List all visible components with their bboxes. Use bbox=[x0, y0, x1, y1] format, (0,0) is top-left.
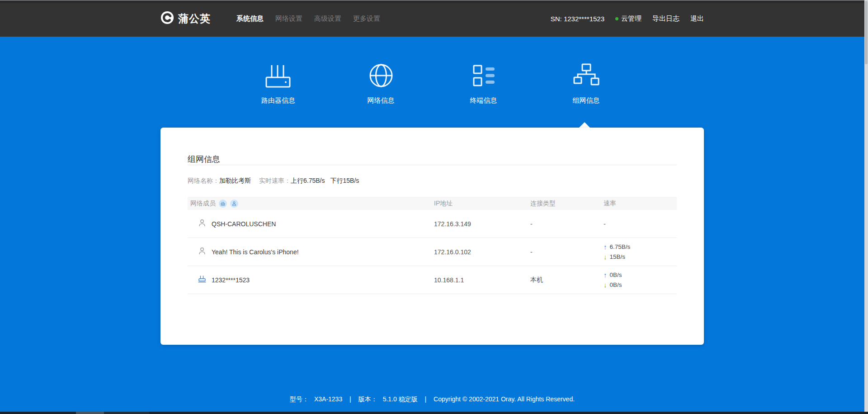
taskbar-edge-shade bbox=[104, 412, 149, 414]
person-icon bbox=[198, 247, 207, 257]
tab-label: 终端信息 bbox=[470, 95, 497, 105]
vertical-scrollbar[interactable] bbox=[864, 0, 868, 414]
scrollbar-thumb[interactable] bbox=[865, 1, 868, 64]
model-value: X3A-1233 bbox=[314, 395, 342, 403]
network-summary: 网络名称： 加勒比考斯 实时速率： 上行6.75B/s 下行15B/s bbox=[188, 177, 677, 185]
menu-item-more-settings[interactable]: 更多设置 bbox=[347, 10, 386, 28]
upload-rate: 0B/s bbox=[610, 271, 622, 279]
tab-terminal-info[interactable]: 终端信息 bbox=[432, 61, 535, 105]
member-ip: 172.16.3.149 bbox=[430, 220, 527, 228]
member-name: Yeah! This is Carolus's iPhone! bbox=[212, 248, 299, 256]
tab-label: 网络信息 bbox=[368, 95, 395, 105]
tab-label: 组网信息 bbox=[573, 95, 600, 105]
tab-label: 路由器信息 bbox=[261, 95, 295, 105]
network-topology-icon bbox=[572, 61, 601, 90]
taskbar-edge bbox=[0, 412, 868, 414]
person-filter-icon[interactable] bbox=[230, 200, 238, 208]
router-device-icon bbox=[198, 275, 207, 285]
member-rate: - bbox=[600, 220, 677, 228]
member-name-cell: QSH-CAROLUSCHEN bbox=[188, 219, 430, 229]
router-icon bbox=[264, 61, 293, 90]
member-rate: ↑ 0B/s ↓ 0B/s bbox=[600, 271, 677, 289]
uplink-rate-value: 上行6.75B/s bbox=[291, 177, 325, 185]
brand-name: 蒲公英 bbox=[178, 12, 211, 26]
member-name: 1232****1523 bbox=[212, 276, 250, 284]
header-rate: 速率 bbox=[600, 200, 677, 208]
header-member-label: 网络成员 bbox=[190, 200, 216, 208]
downlink-rate-value: 下行15B/s bbox=[330, 177, 359, 185]
header-conn-type: 连接类型 bbox=[527, 200, 600, 208]
download-rate: 0B/s bbox=[610, 281, 622, 289]
router-filter-icon[interactable] bbox=[219, 200, 227, 208]
menu-item-advanced-settings[interactable]: 高级设置 bbox=[308, 10, 347, 28]
title-divider bbox=[188, 165, 677, 165]
member-ip: 172.16.0.102 bbox=[430, 248, 527, 256]
members-table: 网络成员 bbox=[188, 197, 677, 294]
footer-divider: | bbox=[425, 395, 427, 403]
navbar-right: SN: 1232****1523 云管理 导出日志 退出 bbox=[551, 14, 704, 23]
tab-router-info[interactable]: 路由器信息 bbox=[227, 61, 330, 105]
download-arrow-icon: ↓ bbox=[604, 253, 607, 261]
export-log-link[interactable]: 导出日志 bbox=[652, 14, 679, 23]
version-label: 版本： bbox=[359, 395, 377, 403]
model-label: 型号： bbox=[290, 395, 309, 403]
tab-network-info[interactable]: 网络信息 bbox=[330, 61, 432, 105]
member-conn-type: - bbox=[527, 220, 600, 228]
member-ip: 10.168.1.1 bbox=[430, 276, 527, 284]
brand: 蒲公英 bbox=[160, 11, 211, 26]
cloud-manage-link[interactable]: 云管理 bbox=[615, 14, 642, 23]
info-tabs: 路由器信息 网络信息 bbox=[227, 61, 637, 105]
oray-logo-icon bbox=[160, 11, 174, 26]
table-header-row: 网络成员 bbox=[188, 197, 677, 210]
device-sn: SN: 1232****1523 bbox=[551, 15, 604, 23]
network-name-value: 加勒比考斯 bbox=[219, 177, 251, 185]
member-name-cell: Yeah! This is Carolus's iPhone! bbox=[188, 247, 430, 257]
realtime-rate-label: 实时速率： bbox=[259, 177, 291, 185]
terminal-list-icon bbox=[469, 61, 498, 90]
taskbar-edge-highlight bbox=[76, 412, 104, 414]
globe-icon bbox=[367, 61, 396, 90]
network-name-label: 网络名称： bbox=[188, 177, 219, 185]
main-menu: 系统信息 网络设置 高级设置 更多设置 bbox=[231, 10, 386, 28]
menu-item-system-info[interactable]: 系统信息 bbox=[231, 10, 269, 28]
download-rate: 15B/s bbox=[610, 253, 626, 261]
footer-divider: | bbox=[349, 395, 351, 403]
menu-item-network-settings[interactable]: 网络设置 bbox=[269, 10, 308, 28]
member-name-cell: 1232****1523 bbox=[188, 275, 430, 285]
member-conn-type: 本机 bbox=[527, 276, 600, 284]
online-status-dot-icon bbox=[615, 17, 618, 20]
member-rate: ↑ 6.75B/s ↓ 15B/s bbox=[600, 243, 677, 261]
header-ip: IP地址 bbox=[430, 200, 527, 208]
table-row: 1232****1523 10.168.1.1 本机 ↑ 0B/s ↓ 0B/s bbox=[188, 266, 677, 294]
table-row: QSH-CAROLUSCHEN 172.16.3.149 - - bbox=[188, 210, 677, 238]
member-name: QSH-CAROLUSCHEN bbox=[212, 220, 276, 228]
active-tab-caret bbox=[579, 122, 590, 128]
cloud-manage-label: 云管理 bbox=[621, 14, 642, 23]
table-row: Yeah! This is Carolus's iPhone! 172.16.0… bbox=[188, 238, 677, 266]
member-conn-type: - bbox=[527, 248, 600, 256]
tab-networking-info[interactable]: 组网信息 bbox=[535, 61, 637, 105]
upload-arrow-icon: ↑ bbox=[604, 243, 607, 251]
page-footer: 型号：X3A-1233 | 版本：5.1.0 稳定版 | Copyright ©… bbox=[0, 395, 864, 404]
copyright-text: Copyright © 2002-2021 Oray. All Rights R… bbox=[434, 395, 575, 403]
upload-arrow-icon: ↑ bbox=[604, 271, 607, 279]
page: 蒲公英 系统信息 网络设置 高级设置 更多设置 SN: 1232****1523… bbox=[0, 0, 864, 414]
version-value: 5.1.0 稳定版 bbox=[383, 395, 418, 403]
header-member: 网络成员 bbox=[188, 200, 430, 208]
networking-info-panel: 组网信息 网络名称： 加勒比考斯 实时速率： 上行6.75B/s 下行15B/s… bbox=[160, 128, 704, 345]
panel-title: 组网信息 bbox=[188, 128, 677, 165]
top-navbar: 蒲公英 系统信息 网络设置 高级设置 更多设置 SN: 1232****1523… bbox=[0, 0, 864, 37]
download-arrow-icon: ↓ bbox=[604, 281, 607, 289]
upload-rate: 6.75B/s bbox=[610, 243, 631, 251]
logout-link[interactable]: 退出 bbox=[690, 14, 704, 23]
person-icon bbox=[198, 219, 207, 229]
